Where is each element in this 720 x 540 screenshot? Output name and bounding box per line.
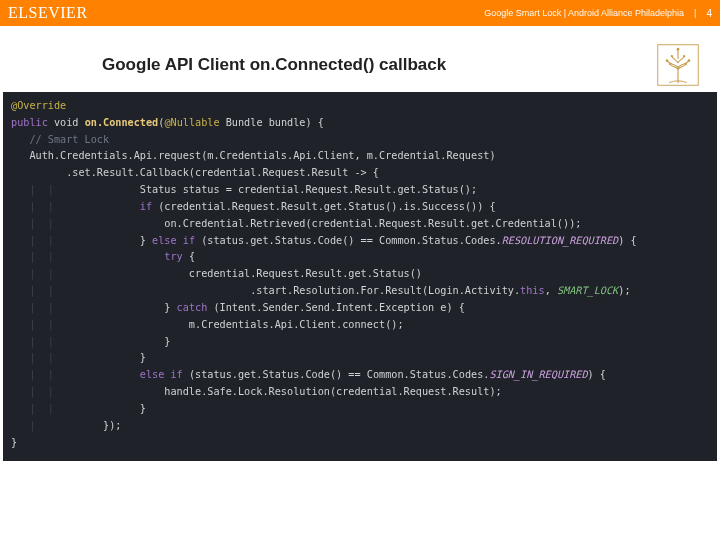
code-block: @Override public void on.Connected(@Null… <box>3 92 717 461</box>
code-token: @Override <box>11 100 66 111</box>
guide: | | <box>11 268 66 279</box>
code-token: Bundle bundle) { <box>220 117 324 128</box>
svg-point-7 <box>677 48 680 51</box>
guide: | | <box>11 352 66 363</box>
code-token: (credential.Request.Result.get.Status().… <box>152 201 495 212</box>
guide: | | <box>11 302 66 313</box>
code-token: .set.Result.Callback(credential.Request.… <box>11 167 379 178</box>
code-token: ) { <box>588 369 606 380</box>
svg-point-5 <box>671 55 673 57</box>
code-token: } <box>66 235 152 246</box>
code-token: { <box>183 251 195 262</box>
code-token: try <box>164 251 182 262</box>
code-token: RESOLUTION_REQUIRED <box>502 235 619 246</box>
code-token: handle.Safe.Lock.Resolution(credential.R… <box>66 386 501 397</box>
code-token: ) { <box>618 235 636 246</box>
guide: | | <box>11 251 66 262</box>
code-token: SIGN_IN_REQUIRED <box>489 369 587 380</box>
code-token: credential.Request.Result.get.Status() <box>66 268 422 279</box>
code-token: public <box>11 117 48 128</box>
guide: | | <box>11 201 66 212</box>
guide: | | <box>11 218 66 229</box>
code-token: } <box>66 352 146 363</box>
code-token: } <box>66 302 176 313</box>
code-token: ); <box>618 285 630 296</box>
code-token: Auth.Credentials.Api.request(m.Credentia… <box>11 150 496 161</box>
svg-point-1 <box>666 59 669 62</box>
slide-title: Google API Client on.Connected() callbac… <box>102 55 654 75</box>
brand-wordmark: ELSEVIER <box>8 4 88 22</box>
page-number: 4 <box>706 8 712 19</box>
code-token: on.Credential.Retrieved(credential.Reque… <box>66 218 581 229</box>
slide-meta: Google Smart Lock | Android Alliance Phi… <box>484 8 684 18</box>
guide: | | <box>11 184 66 195</box>
guide: | | <box>11 285 66 296</box>
code-token: on.Connected <box>85 117 159 128</box>
code-token: Status status = credential.Request.Resul… <box>66 184 477 195</box>
guide: | <box>11 420 48 431</box>
code-token: m.Credentials.Api.Client.connect(); <box>66 319 403 330</box>
guide: | | <box>11 336 66 347</box>
code-token: (Intent.Sender.Send.Intent.Exception e) … <box>207 302 465 313</box>
guide: | | <box>11 369 66 380</box>
code-token: catch <box>177 302 208 313</box>
code-token: (status.get.Status.Code() == Common.Stat… <box>195 235 502 246</box>
code-token <box>66 201 140 212</box>
svg-point-6 <box>683 55 685 57</box>
code-token: , <box>545 285 557 296</box>
code-token: // Smart Lock <box>11 134 109 145</box>
code-token: } <box>66 403 146 414</box>
code-token <box>66 251 164 262</box>
svg-point-4 <box>685 63 687 65</box>
code-token: }); <box>48 420 122 431</box>
header-row: Google API Client on.Connected() callbac… <box>0 26 720 92</box>
code-token: .start.Resolution.For.Result(Login.Activ… <box>66 285 520 296</box>
code-token: } <box>66 336 170 347</box>
code-token <box>66 369 140 380</box>
code-token: } <box>11 437 17 448</box>
code-token: SMART_LOCK <box>557 285 618 296</box>
code-token: void <box>48 117 85 128</box>
guide: | | <box>11 235 66 246</box>
guide: | | <box>11 319 66 330</box>
code-token: (status.get.Status.Code() == Common.Stat… <box>183 369 490 380</box>
code-token: @Nullable <box>164 117 219 128</box>
guide: | | <box>11 403 66 414</box>
elsevier-tree-logo <box>654 41 702 89</box>
svg-point-2 <box>688 59 691 62</box>
code-token: else if <box>140 369 183 380</box>
code-token: else if <box>152 235 195 246</box>
tree-icon <box>656 43 700 87</box>
code-token: this <box>520 285 545 296</box>
code-token: if <box>140 201 152 212</box>
meta-divider: | <box>694 8 696 18</box>
svg-point-3 <box>669 63 671 65</box>
guide: | | <box>11 386 66 397</box>
top-bar: ELSEVIER Google Smart Lock | Android All… <box>0 0 720 26</box>
